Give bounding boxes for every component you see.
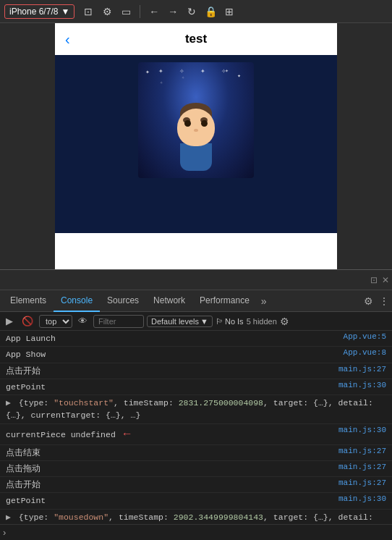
- expand-arrow-icon[interactable]: ▶: [6, 512, 11, 522]
- console-prompt-icon: ›: [3, 527, 6, 538]
- device-toolbar: iPhone 6/7/8 ▼ ⊡ ⚙ ▭ ← → ↻ 🔒 ⊞: [0, 0, 392, 23]
- log-row: getPoint main.js:30: [0, 493, 392, 509]
- character-body: [177, 109, 215, 171]
- devtools-panel: ⊡ ✕ Elements Console Sources Network Per…: [0, 269, 392, 540]
- devtools-resize-icons: ⊡ ✕: [370, 275, 389, 285]
- tab-network[interactable]: Network: [146, 290, 192, 312]
- devtools-settings-icon[interactable]: ⚙: [364, 295, 373, 307]
- reload-icon[interactable]: ↻: [185, 6, 198, 17]
- tab-more-button[interactable]: »: [257, 295, 271, 307]
- log-row: getPoint main.js:30: [0, 379, 392, 395]
- phone-header: ‹ test: [55, 23, 337, 55]
- log-source-link[interactable]: main.js:30: [338, 381, 386, 389]
- console-log-area: App Launch App.vue:5 App Show App.vue:8 …: [0, 331, 392, 524]
- log-row: ▶ {type: "mousedown", timeStamp: 2902.34…: [0, 510, 392, 525]
- log-source-link[interactable]: main.js:27: [338, 463, 386, 471]
- char-torso: [180, 143, 212, 171]
- phone-frame: ‹ test ✦ ✦ ✧ ✦ ✧: [55, 23, 337, 269]
- phone-bottom-bar: [55, 233, 337, 269]
- log-row: 点击结束 main.js:27: [0, 445, 392, 461]
- lock-icon[interactable]: 🔒: [204, 6, 217, 17]
- tab-elements[interactable]: Elements: [3, 290, 54, 312]
- chevron-down-icon: ▼: [61, 7, 69, 17]
- console-clear-button[interactable]: 🚫: [19, 316, 36, 326]
- log-row: App Launch App.vue:5: [0, 331, 392, 347]
- eye-icon[interactable]: 👁: [75, 316, 90, 326]
- tabs-right: ⚙ ⋮: [364, 295, 389, 307]
- console-toolbar: ▶ 🚫 top 👁 Default levels ▼ 🏳 No Is 5 hid…: [0, 312, 392, 331]
- character-image: ✦ ✦ ✧ ✦ ✧: [138, 62, 254, 178]
- tab-sources[interactable]: Sources: [100, 290, 146, 312]
- expand-arrow-icon[interactable]: ▶: [6, 398, 11, 408]
- filter-input[interactable]: [93, 315, 144, 328]
- device-name: iPhone 6/7/8: [9, 7, 58, 17]
- devtools-tabs: Elements Console Sources Network Perform…: [0, 290, 392, 312]
- device-frame-icon[interactable]: ▭: [119, 6, 132, 17]
- device-selector[interactable]: iPhone 6/7/8 ▼: [4, 4, 74, 19]
- flag-icon: 🏳: [216, 317, 223, 326]
- devtools-more-icon[interactable]: ⋮: [379, 295, 389, 307]
- log-source-link[interactable]: main.js:27: [338, 365, 386, 374]
- log-row: ▶ {type: "touchstart", timeStamp: 2831.2…: [0, 395, 392, 424]
- log-source-link[interactable]: main.js:27: [338, 447, 386, 455]
- default-levels-button[interactable]: Default levels ▼: [147, 316, 213, 327]
- log-source-link[interactable]: main.js:27: [338, 478, 386, 487]
- log-row: App Show App.vue:8: [0, 347, 392, 363]
- console-play-button[interactable]: ▶: [3, 316, 16, 326]
- close-devtools-icon[interactable]: ✕: [382, 275, 389, 285]
- log-source-link[interactable]: main.js:30: [338, 494, 386, 503]
- hidden-count: 5 hidden: [247, 317, 277, 326]
- console-settings-icon[interactable]: ⚙: [280, 316, 289, 327]
- log-source-link[interactable]: App.vue:5: [344, 332, 386, 341]
- log-source-link[interactable]: main.js:30: [338, 426, 386, 434]
- settings-icon[interactable]: ⚙: [101, 6, 114, 17]
- levels-chevron-icon: ▼: [200, 317, 208, 326]
- back-icon[interactable]: ←: [148, 6, 161, 17]
- log-row: 点击开始 main.js:27: [0, 477, 392, 493]
- log-source-link[interactable]: App.vue:8: [344, 348, 386, 357]
- log-row: 点击开始 main.js:27: [0, 363, 392, 379]
- tab-performance[interactable]: Performance: [192, 290, 257, 312]
- forward-icon[interactable]: →: [166, 6, 179, 17]
- devtools-topbar: ⊡ ✕: [0, 270, 392, 290]
- default-levels-label: Default levels: [151, 317, 199, 326]
- phone-page-title: test: [185, 32, 207, 46]
- console-input-row: ›: [0, 524, 392, 540]
- log-row: 点击拖动 main.js:27: [0, 461, 392, 477]
- char-head: [177, 109, 215, 146]
- red-arrow-indicator: ←: [124, 428, 131, 441]
- no-issues-label: No Is: [225, 317, 244, 326]
- grid-icon[interactable]: ⊞: [223, 6, 236, 17]
- preview-area: ‹ test ✦ ✦ ✧ ✦ ✧: [0, 23, 392, 269]
- console-input[interactable]: [10, 528, 389, 537]
- phone-back-button[interactable]: ‹: [65, 31, 70, 48]
- separator: [140, 5, 140, 18]
- no-issues-badge: 🏳 No Is: [216, 317, 244, 326]
- log-row: currentPiece undefined ← main.js:30: [0, 424, 392, 445]
- responsive-icon[interactable]: ⊡: [82, 6, 95, 17]
- context-select[interactable]: top: [39, 315, 72, 328]
- undock-icon[interactable]: ⊡: [370, 275, 378, 285]
- toolbar-icons: ⊡ ⚙ ▭ ← → ↻ 🔒 ⊞: [82, 5, 236, 18]
- tab-console[interactable]: Console: [54, 290, 100, 312]
